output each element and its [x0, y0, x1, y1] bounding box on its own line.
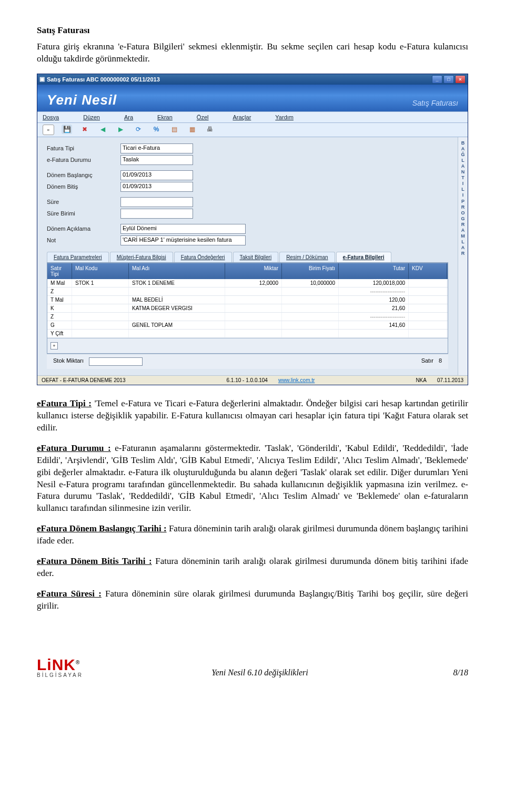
doc-intro: Fatura giriş ekranına 'e-Fatura Bilgiler…	[37, 41, 468, 65]
menu-ara[interactable]: Ara	[124, 114, 133, 120]
fatura-tipi-input[interactable]: Ticari e-Fatura	[120, 143, 193, 153]
col-satir-tipi[interactable]: Satır Tipi	[47, 263, 72, 279]
stok-miktari-label: Stok Miktarı	[53, 357, 84, 366]
status-form: Stok Miktarı Satır 8	[47, 354, 448, 369]
para-donem-bitis: eFatura Dönem Bitis Tarihi : Fatura döne…	[37, 556, 468, 580]
grid-header: Satır Tipi Mal Kodu Mal Adı Miktar Birim…	[47, 263, 448, 279]
menu-araclar[interactable]: Araçlar	[233, 114, 251, 120]
toolbar-forward-icon[interactable]: ▶	[115, 125, 126, 134]
sure-label: Süre	[47, 199, 120, 205]
toolbar-back-icon[interactable]: ◀	[97, 125, 108, 134]
toolbar-list-icon[interactable]: ▤	[169, 125, 179, 134]
statusbar: OEFAT - E-FATURA DENEME 2013 6.1.10 - 1.…	[37, 375, 468, 385]
tab-resim-dokuman[interactable]: Resim / Döküman	[279, 252, 335, 262]
app-name: Yeni Nesil	[47, 92, 458, 108]
status-date: 07.11.2013	[437, 377, 463, 383]
para-efatura-suresi: eFatura Süresi : Fatura döneminin süre o…	[37, 588, 468, 612]
toolbar-new-icon[interactable]: ▫	[43, 125, 54, 135]
window-title: Satış Faturası ABC 000000002 05/11/2013	[47, 76, 160, 83]
table-row[interactable]: Z--------------------	[47, 313, 448, 321]
grid: Satır Tipi Mal Kodu Mal Adı Miktar Birim…	[47, 263, 448, 354]
col-mal-kodu[interactable]: Mal Kodu	[72, 263, 129, 279]
menu-ekran[interactable]: Ekran	[157, 114, 173, 120]
status-link[interactable]: www.link.com.tr	[278, 377, 315, 383]
sure-birimi-input[interactable]	[120, 209, 193, 219]
donem-bit-input[interactable]: 01/09/2013	[120, 182, 193, 192]
donem-aciklama-label: Dönem Açıklama	[47, 225, 120, 232]
donem-bit-label: Dönem Bitiş	[47, 183, 120, 190]
toolbar-save-icon[interactable]: 💾	[62, 125, 72, 134]
table-row[interactable]: M MalSTOK 1STOK 1 DENEME12,000010,000000…	[47, 279, 448, 287]
status-nka: NKA	[416, 377, 427, 383]
para-efatura-durumu: eFatura Durumu : e-Faturanın aşamalarını…	[37, 443, 468, 515]
toolbar-stack-icon[interactable]: ▦	[187, 125, 197, 134]
menu-duzen[interactable]: Düzen	[83, 114, 100, 120]
stok-miktari-input[interactable]	[89, 357, 143, 366]
status-version: 6.1.10 - 1.0.0.104	[227, 377, 268, 383]
fatura-tipi-label: Fatura Tipi	[47, 145, 120, 151]
toolbar-delete-icon[interactable]: ✖	[79, 125, 90, 134]
efatura-durumu-label: e-Fatura Durumu	[47, 157, 120, 163]
donem-bas-input[interactable]: 01/09/2013	[120, 170, 193, 180]
toolbar-percent-icon[interactable]: %	[151, 125, 161, 134]
tab-musteri-fatura[interactable]: Müşteri-Fatura Bilgisi	[110, 252, 173, 262]
app-banner: Yeni Nesil Satış Faturası	[37, 85, 468, 111]
menu-yardim[interactable]: Yardım	[275, 114, 294, 120]
label-efatura-tipi: eFatura Tipi :	[37, 398, 92, 408]
table-row[interactable]: Y Çift	[47, 330, 448, 338]
table-row[interactable]: T MalMAL BEDELİ120,00	[47, 296, 448, 304]
not-label: Not	[47, 237, 120, 243]
donem-aciklama-input[interactable]: Eylül Dönemi	[120, 224, 246, 234]
close-button[interactable]: ×	[455, 75, 466, 84]
maximize-button[interactable]: □	[443, 75, 454, 84]
para-donem-baslangic: eFatura Dönem Baslangıç Tarihi : Fatura …	[37, 523, 468, 547]
satir-label: Satır	[421, 357, 433, 366]
col-kdv[interactable]: KDV	[409, 263, 447, 279]
toolbar-print-icon[interactable]: 🖶	[205, 125, 215, 134]
tab-efatura-bilgileri[interactable]: e-Fatura Bilgileri	[336, 252, 391, 262]
toolbar-refresh-icon[interactable]: ⟳	[133, 125, 144, 134]
tab-fatura-ondegerleri[interactable]: Fatura Öndeğerleri	[174, 252, 232, 262]
tabs: Fatura Parametreleri Müşteri-Fatura Bilg…	[47, 252, 448, 263]
efatura-durumu-input[interactable]: Taslak	[120, 155, 193, 165]
tab-taksit[interactable]: Taksit Bilgileri	[233, 252, 279, 262]
titlebar: ▣ Satış Faturası ABC 000000002 05/11/201…	[37, 74, 468, 85]
menu-ozel[interactable]: Özel	[197, 114, 209, 120]
grid-footer: +	[47, 338, 448, 353]
label-donem-bitis: eFatura Dönem Bitis Tarihi :	[37, 556, 152, 566]
page-footer: LiNK® BİLGİSAYAR Yeni Nesil 6.10 değişik…	[0, 636, 505, 693]
sure-birimi-label: Süre Birimi	[47, 210, 120, 217]
side-panel[interactable]: BAĞLANTILIPROGRAMLAR	[458, 137, 468, 375]
tab-fatura-parametreleri[interactable]: Fatura Parametreleri	[47, 252, 109, 262]
table-row[interactable]: GGENEL TOPLAM141,60	[47, 321, 448, 330]
col-tutar[interactable]: Tutar	[339, 263, 409, 279]
status-oefat: OEFAT - E-FATURA DENEME 2013	[42, 377, 126, 383]
col-mal-adi[interactable]: Mal Adı	[129, 263, 225, 279]
menu-dosya[interactable]: Dosya	[43, 114, 59, 120]
not-input[interactable]: 'CARİ HESAP 1' müşterisine kesilen fatur…	[120, 235, 246, 245]
footer-logo: LiNK® BİLGİSAYAR	[37, 657, 83, 677]
sure-input[interactable]	[120, 197, 193, 207]
window-icon: ▣	[39, 76, 45, 83]
doc-title: Satış Faturası	[37, 25, 468, 36]
menubar: Dosya Düzen Ara Ekran Özel Araçlar Yardı…	[37, 111, 468, 123]
label-donem-baslangic: eFatura Dönem Baslangıç Tarihi :	[37, 523, 167, 533]
minimize-button[interactable]: _	[432, 75, 442, 84]
expand-icon[interactable]: +	[50, 342, 58, 350]
table-row[interactable]: KKATMA DEGER VERGISI21,60	[47, 304, 448, 313]
label-efatura-durumu: eFatura Durumu :	[37, 443, 111, 453]
footer-title: Yeni Nesil 6.10 değişiklikleri	[83, 668, 437, 677]
table-row[interactable]: Z--------------------	[47, 287, 448, 296]
label-efatura-suresi: eFatura Süresi :	[37, 589, 102, 599]
col-birim-fiyat[interactable]: Birim Fiyatı	[282, 263, 339, 279]
satir-value: 8	[439, 357, 442, 366]
footer-page: 8/18	[437, 668, 468, 677]
col-miktar[interactable]: Miktar	[225, 263, 282, 279]
breadcrumb: Satış Faturası	[412, 99, 458, 107]
donem-bas-label: Dönem Başlangıç	[47, 172, 120, 178]
toolbar: ▫ 💾 ✖ ◀ ▶ ⟳ % ▤ ▦ 🖶	[37, 123, 468, 137]
para-efatura-tipi: eFatura Tipi : 'Temel e-Fatura ve Ticari…	[37, 398, 468, 434]
form-area: Fatura TipiTicari e-Fatura e-Fatura Duru…	[37, 137, 458, 375]
app-window: ▣ Satış Faturası ABC 000000002 05/11/201…	[37, 74, 468, 385]
